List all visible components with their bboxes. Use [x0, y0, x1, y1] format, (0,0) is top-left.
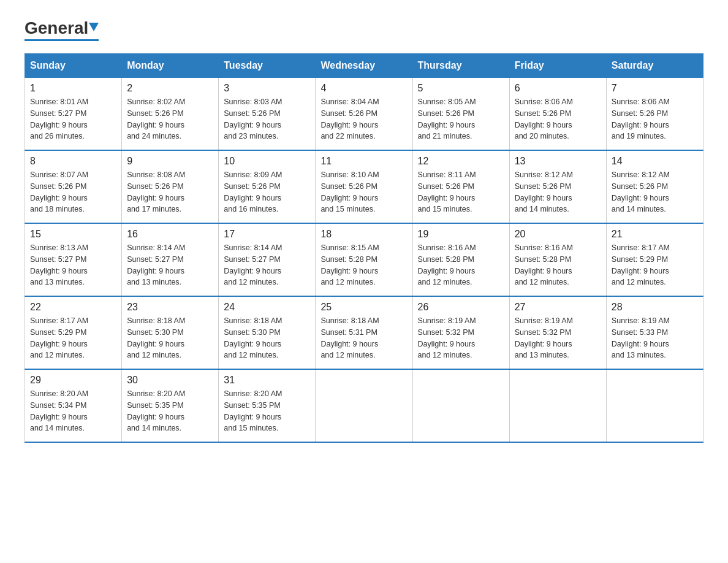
logo-general-text: General: [25, 18, 99, 38]
day-info: Sunrise: 8:04 AMSunset: 5:26 PMDaylight:…: [320, 98, 379, 140]
day-number: 17: [224, 229, 310, 240]
calendar-cell: 4 Sunrise: 8:04 AMSunset: 5:26 PMDayligh…: [316, 78, 412, 151]
logo: General: [25, 18, 99, 41]
day-info: Sunrise: 8:13 AMSunset: 5:27 PMDaylight:…: [30, 243, 88, 286]
day-info: Sunrise: 8:07 AMSunset: 5:26 PMDaylight:…: [30, 170, 88, 213]
calendar-cell: 26 Sunrise: 8:19 AMSunset: 5:32 PMDaylig…: [412, 296, 509, 369]
day-info: Sunrise: 8:14 AMSunset: 5:27 PMDaylight:…: [127, 243, 185, 286]
day-info: Sunrise: 8:12 AMSunset: 5:26 PMDaylight:…: [612, 170, 670, 213]
calendar-cell: 24 Sunrise: 8:18 AMSunset: 5:30 PMDaylig…: [219, 296, 316, 369]
calendar-cell: 1 Sunrise: 8:01 AMSunset: 5:27 PMDayligh…: [25, 78, 122, 151]
day-number: 14: [612, 156, 698, 167]
calendar-cell: [606, 369, 703, 442]
day-number: 22: [30, 302, 116, 313]
day-number: 23: [127, 302, 213, 313]
svg-marker-0: [89, 23, 99, 31]
day-number: 3: [224, 83, 310, 94]
calendar-cell: 17 Sunrise: 8:14 AMSunset: 5:27 PMDaylig…: [219, 223, 316, 296]
day-number: 28: [612, 302, 698, 313]
day-info: Sunrise: 8:06 AMSunset: 5:26 PMDaylight:…: [515, 98, 573, 140]
calendar-cell: [412, 369, 509, 442]
day-info: Sunrise: 8:17 AMSunset: 5:29 PMDaylight:…: [30, 316, 88, 359]
day-info: Sunrise: 8:10 AMSunset: 5:26 PMDaylight:…: [320, 170, 379, 213]
calendar-cell: 16 Sunrise: 8:14 AMSunset: 5:27 PMDaylig…: [122, 223, 219, 296]
day-info: Sunrise: 8:15 AMSunset: 5:28 PMDaylight:…: [320, 243, 379, 286]
calendar-cell: 23 Sunrise: 8:18 AMSunset: 5:30 PMDaylig…: [122, 296, 219, 369]
day-info: Sunrise: 8:19 AMSunset: 5:32 PMDaylight:…: [418, 316, 476, 359]
day-number: 29: [30, 375, 116, 386]
day-info: Sunrise: 8:05 AMSunset: 5:26 PMDaylight:…: [418, 98, 476, 140]
calendar-cell: 7 Sunrise: 8:06 AMSunset: 5:26 PMDayligh…: [606, 78, 703, 151]
day-number: 7: [612, 83, 698, 94]
weekday-header-monday: Monday: [122, 54, 219, 78]
calendar-cell: 28 Sunrise: 8:19 AMSunset: 5:33 PMDaylig…: [606, 296, 703, 369]
day-info: Sunrise: 8:19 AMSunset: 5:33 PMDaylight:…: [612, 316, 670, 359]
day-number: 20: [515, 229, 601, 240]
day-number: 24: [224, 302, 310, 313]
day-info: Sunrise: 8:16 AMSunset: 5:28 PMDaylight:…: [515, 243, 573, 286]
day-number: 21: [612, 229, 698, 240]
day-number: 26: [418, 302, 504, 313]
calendar-cell: 21 Sunrise: 8:17 AMSunset: 5:29 PMDaylig…: [606, 223, 703, 296]
day-info: Sunrise: 8:18 AMSunset: 5:30 PMDaylight:…: [224, 316, 282, 359]
day-number: 5: [418, 83, 504, 94]
day-info: Sunrise: 8:03 AMSunset: 5:26 PMDaylight:…: [224, 98, 282, 140]
calendar-cell: 20 Sunrise: 8:16 AMSunset: 5:28 PMDaylig…: [509, 223, 606, 296]
week-row-1: 1 Sunrise: 8:01 AMSunset: 5:27 PMDayligh…: [25, 78, 703, 151]
week-row-5: 29 Sunrise: 8:20 AMSunset: 5:34 PMDaylig…: [25, 369, 703, 442]
calendar-cell: [316, 369, 412, 442]
day-number: 6: [515, 83, 601, 94]
weekday-header-tuesday: Tuesday: [219, 54, 316, 78]
day-number: 31: [224, 375, 310, 386]
day-info: Sunrise: 8:18 AMSunset: 5:31 PMDaylight:…: [320, 316, 379, 359]
calendar-cell: 22 Sunrise: 8:17 AMSunset: 5:29 PMDaylig…: [25, 296, 122, 369]
day-number: 16: [127, 229, 213, 240]
day-number: 4: [320, 83, 407, 94]
day-number: 8: [30, 156, 116, 167]
day-number: 19: [418, 229, 504, 240]
weekday-header-friday: Friday: [509, 54, 606, 78]
week-row-4: 22 Sunrise: 8:17 AMSunset: 5:29 PMDaylig…: [25, 296, 703, 369]
day-number: 18: [320, 229, 407, 240]
calendar-cell: 18 Sunrise: 8:15 AMSunset: 5:28 PMDaylig…: [316, 223, 412, 296]
calendar-cell: 30 Sunrise: 8:20 AMSunset: 5:35 PMDaylig…: [122, 369, 219, 442]
day-info: Sunrise: 8:11 AMSunset: 5:26 PMDaylight:…: [418, 170, 476, 213]
calendar-cell: 27 Sunrise: 8:19 AMSunset: 5:32 PMDaylig…: [509, 296, 606, 369]
calendar-cell: 9 Sunrise: 8:08 AMSunset: 5:26 PMDayligh…: [122, 150, 219, 223]
day-info: Sunrise: 8:12 AMSunset: 5:26 PMDaylight:…: [515, 170, 573, 213]
day-number: 12: [418, 156, 504, 167]
calendar-cell: 15 Sunrise: 8:13 AMSunset: 5:27 PMDaylig…: [25, 223, 122, 296]
week-row-3: 15 Sunrise: 8:13 AMSunset: 5:27 PMDaylig…: [25, 223, 703, 296]
day-info: Sunrise: 8:20 AMSunset: 5:35 PMDaylight:…: [127, 389, 185, 432]
day-number: 11: [320, 156, 407, 167]
calendar-cell: 25 Sunrise: 8:18 AMSunset: 5:31 PMDaylig…: [316, 296, 412, 369]
calendar-cell: 5 Sunrise: 8:05 AMSunset: 5:26 PMDayligh…: [412, 78, 509, 151]
calendar-cell: 31 Sunrise: 8:20 AMSunset: 5:35 PMDaylig…: [219, 369, 316, 442]
day-number: 13: [515, 156, 601, 167]
weekday-header-sunday: Sunday: [25, 54, 122, 78]
calendar-cell: 10 Sunrise: 8:09 AMSunset: 5:26 PMDaylig…: [219, 150, 316, 223]
day-number: 30: [127, 375, 213, 386]
day-number: 10: [224, 156, 310, 167]
calendar-cell: 6 Sunrise: 8:06 AMSunset: 5:26 PMDayligh…: [509, 78, 606, 151]
day-number: 2: [127, 83, 213, 94]
day-number: 25: [320, 302, 407, 313]
calendar-cell: 3 Sunrise: 8:03 AMSunset: 5:26 PMDayligh…: [219, 78, 316, 151]
calendar-cell: 13 Sunrise: 8:12 AMSunset: 5:26 PMDaylig…: [509, 150, 606, 223]
day-info: Sunrise: 8:09 AMSunset: 5:26 PMDaylight:…: [224, 170, 282, 213]
day-info: Sunrise: 8:16 AMSunset: 5:28 PMDaylight:…: [418, 243, 476, 286]
page-header: General: [25, 18, 703, 41]
day-number: 15: [30, 229, 116, 240]
weekday-header-saturday: Saturday: [606, 54, 703, 78]
calendar-cell: 19 Sunrise: 8:16 AMSunset: 5:28 PMDaylig…: [412, 223, 509, 296]
day-info: Sunrise: 8:19 AMSunset: 5:32 PMDaylight:…: [515, 316, 573, 359]
calendar-cell: 8 Sunrise: 8:07 AMSunset: 5:26 PMDayligh…: [25, 150, 122, 223]
calendar-cell: [509, 369, 606, 442]
day-info: Sunrise: 8:06 AMSunset: 5:26 PMDaylight:…: [612, 98, 670, 140]
day-info: Sunrise: 8:20 AMSunset: 5:34 PMDaylight:…: [30, 389, 88, 432]
day-info: Sunrise: 8:14 AMSunset: 5:27 PMDaylight:…: [224, 243, 282, 286]
day-info: Sunrise: 8:08 AMSunset: 5:26 PMDaylight:…: [127, 170, 185, 213]
logo-underline: [25, 39, 99, 41]
calendar-cell: 29 Sunrise: 8:20 AMSunset: 5:34 PMDaylig…: [25, 369, 122, 442]
day-number: 27: [515, 302, 601, 313]
